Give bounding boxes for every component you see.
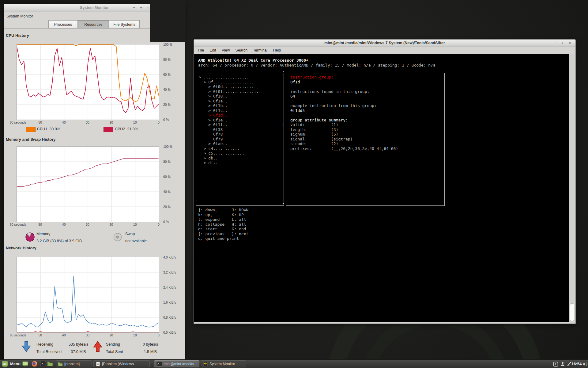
x-axis-label: 30 (86, 121, 89, 124)
y-axis-label: 4.0 KiB/s (163, 255, 176, 259)
detail-line (290, 113, 398, 118)
cpu-info-line1: AMD Athlon(tm) 64 X2 Dual Core Processor… (198, 58, 308, 63)
menu-item-help[interactable]: Help (270, 47, 284, 54)
x-axis-label: 50 (38, 333, 42, 337)
cpu-history-header: CPU History (6, 33, 29, 38)
y-axis-label: 40 % (163, 88, 171, 91)
instruction-detail: instruction group:0f1d instructions foun… (290, 75, 398, 151)
tree-line[interactable]: > c5.... ........ (199, 151, 261, 156)
minimize-icon[interactable]: − (552, 40, 558, 46)
scroll-thumb[interactable]: | (282, 122, 284, 127)
detail-line: valid: (1) (290, 122, 398, 127)
x-axis-label: 20 (109, 333, 113, 337)
tree-line[interactable]: > 0f1b.. (199, 103, 261, 108)
tree-line[interactable]: > db.. (199, 156, 261, 161)
tree-line[interactable]: > c4.... ...... (199, 146, 261, 151)
menu-item-file[interactable]: File (195, 47, 207, 54)
tree-line[interactable]: 0f38 (199, 127, 261, 132)
tree-line[interactable]: > 0f.. .............. (199, 80, 261, 85)
sysmon-app-menu[interactable]: System Monitor (6, 14, 33, 18)
tree-line[interactable]: 0f78 (199, 132, 261, 137)
scroll-mark-bottom: - (282, 201, 285, 206)
menu-button[interactable]: lm Menu (2, 361, 21, 367)
volume-icon[interactable] (582, 362, 588, 367)
cpu1-legend-label: CPU1 30.0% (37, 127, 60, 131)
close-icon[interactable]: × (567, 40, 573, 46)
network-history-chart (17, 257, 159, 333)
tree-line[interactable]: > 0fae.. (199, 141, 261, 146)
tray-user-icon[interactable] (560, 362, 565, 366)
tab-resources[interactable]: Resources (78, 20, 109, 29)
document-icon (96, 362, 100, 366)
tray-brush-icon[interactable] (567, 362, 571, 366)
total-received-label: Total Received (36, 350, 62, 354)
menu-item-search[interactable]: Search (233, 47, 251, 54)
terminal-window-title: mint@mint /media/mint/Windows 7 System (… (194, 41, 575, 45)
y-axis-label: 80 % (163, 58, 171, 61)
tree-line[interactable]: > 0f18.. (199, 94, 261, 99)
detail-line: prefixes: (__,26,2e,36,3e,40-4f,64-66) (290, 146, 398, 151)
tree-line[interactable]: > 0f1c.. (199, 108, 261, 113)
clock[interactable]: 16:54 (571, 362, 582, 366)
terminal-scrollbar[interactable] (569, 54, 575, 322)
tab-processes[interactable]: Processes (48, 20, 78, 29)
cpu1-legend-swatch (26, 127, 36, 132)
y-axis-label: 3.2 KiB/s (163, 270, 176, 274)
tree-line[interactable]: 0f79 (199, 137, 261, 142)
maximize-icon[interactable]: + (560, 40, 565, 46)
terminal-titlebar[interactable]: mint@mint /media/mint/Windows 7 System (… (194, 40, 575, 47)
sending-value: 0 bytes/s (130, 342, 170, 347)
taskbar-window-3[interactable]: >_mint@mint /media/... (154, 360, 199, 367)
tree-line[interactable]: > 0f1e.. (199, 118, 261, 123)
receiving-arrow-icon (21, 341, 32, 352)
tree-line[interactable]: > .... .............. (199, 75, 261, 80)
y-axis-label: 60 % (163, 73, 171, 76)
detail-line (290, 99, 398, 104)
firefox-launcher-icon[interactable] (31, 361, 38, 367)
minimize-icon[interactable]: − (131, 5, 137, 10)
tree-line[interactable]: > 0f0d.. .......... (199, 84, 261, 89)
keybinding-help: j: down, J: DOWN k: up, K: UP l: expand … (198, 208, 248, 241)
y-axis-label: 60 % (163, 175, 171, 178)
tree-line[interactable]: > 0f1d.. (199, 113, 261, 118)
x-axis-label: 0 (158, 121, 160, 124)
memory-legend-value: 3.2 GiB (83.8%) of 3.9 GiB (36, 239, 82, 243)
tree-line[interactable]: > df.. (199, 160, 261, 165)
terminal-icon: >_ (156, 361, 162, 367)
y-axis-label: 20 % (163, 103, 171, 106)
svg-text:lm: lm (3, 362, 7, 366)
menu-item-edit[interactable]: Edit (207, 47, 219, 54)
instruction-tree[interactable]: > .... .............. > 0f.. ...........… (199, 75, 261, 165)
desktop-patch (150, 0, 186, 42)
scrollbar-thumb[interactable] (570, 303, 574, 321)
memory-legend-label: Memory (36, 232, 50, 236)
detail-line (290, 84, 398, 89)
cpu-info-line2: arch: 64 / processor: 0 / vendor: Authen… (198, 63, 435, 68)
taskbar-window-1[interactable]: [problem] (56, 360, 92, 367)
maximize-icon[interactable]: + (138, 5, 144, 10)
menu-item-view[interactable]: View (219, 47, 233, 54)
tab-file-systems[interactable]: File Systems (109, 20, 140, 29)
tray-tablet-icon[interactable] (553, 362, 558, 367)
taskbar-window-2[interactable]: [Problem (Windows ... (93, 360, 150, 367)
terminal-launcher-icon[interactable]: >_ (40, 361, 46, 366)
mint-logo-icon: lm (2, 361, 8, 367)
svg-text:>_: >_ (157, 362, 160, 365)
memory-pie-icon (25, 232, 35, 242)
y-axis-label: 100 % (163, 43, 172, 46)
menu-item-terminal[interactable]: Terminal (250, 47, 270, 54)
swap-legend-label: Swap (125, 232, 135, 236)
y-axis-label: 0 % (163, 220, 169, 224)
terminal-content[interactable]: AMD Athlon(tm) 64 X2 Dual Core Processor… (194, 54, 569, 322)
tree-line[interactable]: > 0f1f.. (199, 122, 261, 127)
sending-arrow-icon (92, 341, 103, 352)
show-desktop-launcher-icon[interactable] (22, 361, 28, 367)
taskbar-window-4[interactable]: System Monitor (201, 360, 246, 367)
y-axis-label: 1.6 KiB/s (163, 301, 176, 304)
network-history-header: Network History (6, 246, 36, 250)
tree-line[interactable]: > 0f0f...... ......... (199, 89, 261, 94)
x-axis-label: 50 (38, 223, 42, 226)
tree-line[interactable]: > 0f1a.. (199, 99, 261, 104)
files-launcher-icon[interactable] (47, 361, 53, 367)
x-axis-label: 60 seconds (10, 223, 26, 226)
